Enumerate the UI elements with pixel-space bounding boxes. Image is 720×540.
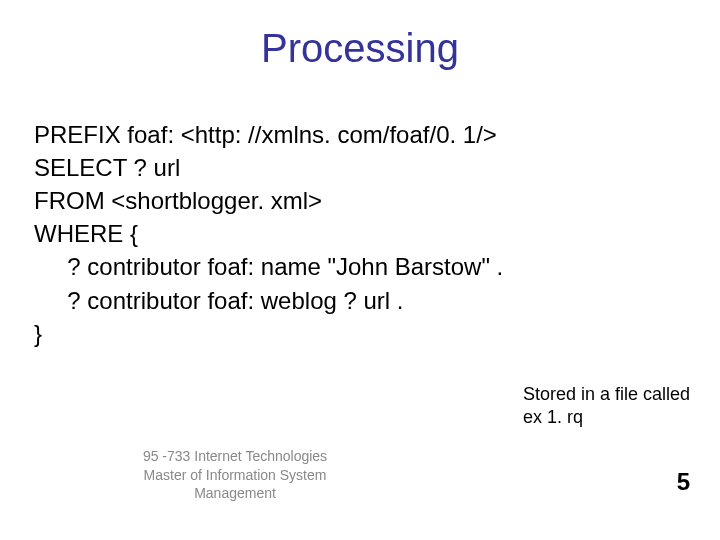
note-line: ex 1. rq (523, 406, 690, 429)
slide: Processing PREFIX foaf: <http: //xmlns. … (0, 0, 720, 540)
code-line: WHERE { (34, 220, 138, 247)
code-line: ? contributor foaf: name "John Barstow" … (34, 253, 503, 280)
code-line: PREFIX foaf: <http: //xmlns. com/foaf/0.… (34, 121, 497, 148)
note-line: Stored in a file called (523, 383, 690, 406)
footer-line: Management (105, 484, 365, 502)
slide-title: Processing (0, 26, 720, 71)
code-line: SELECT ? url (34, 154, 180, 181)
sparql-code-block: PREFIX foaf: <http: //xmlns. com/foaf/0.… (34, 118, 503, 350)
file-note: Stored in a file called ex 1. rq (523, 383, 690, 430)
footer-course-info: 95 -733 Internet Technologies Master of … (105, 447, 365, 502)
footer-line: Master of Information System (105, 466, 365, 484)
footer-line: 95 -733 Internet Technologies (105, 447, 365, 465)
code-line: ? contributor foaf: weblog ? url . (34, 287, 404, 314)
page-number: 5 (677, 468, 690, 496)
code-line: FROM <shortblogger. xml> (34, 187, 322, 214)
code-line: } (34, 320, 42, 347)
